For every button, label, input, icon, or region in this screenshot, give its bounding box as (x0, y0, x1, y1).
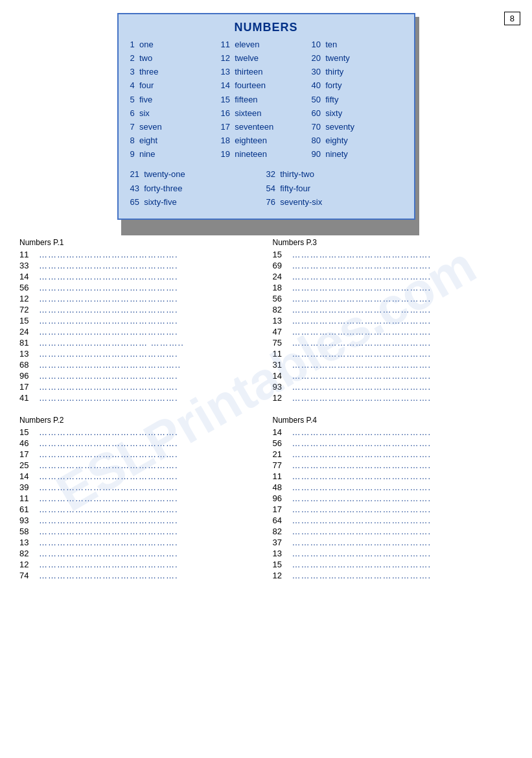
p3-row-3: 24………………………………………. (273, 272, 513, 281)
p1-row-2: 33………………………………………. (19, 261, 260, 270)
p4-row-1: 14………………………………………. (273, 427, 513, 437)
num-18: 18 eighteen (221, 134, 312, 147)
p2-row-10: 58………………………………………. (19, 527, 260, 536)
num-60: 60 sixty (312, 107, 402, 120)
p3-row-8: 47………………………………………. (273, 327, 513, 337)
num-76: 76 seventy-six (266, 195, 402, 209)
num-40: 40 forty (312, 79, 402, 92)
left-practice-col: Numbers P.1 11………………………………………. 33…………………… (19, 238, 260, 593)
p1-row-12: 96………………………………………. (19, 371, 260, 381)
num-3: 3 three (130, 65, 221, 78)
num-2: 2 two (130, 52, 221, 65)
p2-row-6: 39………………………………………. (19, 482, 260, 492)
num-7: 7 seven (130, 121, 221, 134)
num-65: 65 sixty-five (130, 195, 266, 209)
p4-row-4: 77………………………………………. (273, 460, 513, 470)
num-14: 14 fourteen (221, 79, 312, 92)
num-17: 17 seventeen (221, 121, 312, 134)
num-12: 12 twelve (221, 52, 312, 65)
p4-row-3: 21………………………………………. (273, 449, 513, 459)
p3-row-13: 93………………………………………. (273, 382, 513, 392)
num-15: 15 fifteen (221, 93, 312, 106)
p4-row-2: 56………………………………………. (273, 438, 513, 448)
p2-row-1: 15………………………………………. (19, 427, 260, 437)
p2-row-12: 82………………………………………. (19, 549, 260, 558)
p1-row-7: 15………………………………………. (19, 316, 260, 326)
p1-row-1: 11………………………………………. (19, 250, 260, 259)
p2-row-7: 11………………………………………. (19, 493, 260, 503)
p1-row-14: 41………………………………………. (19, 393, 260, 403)
num-19: 19 nineteen (221, 148, 312, 161)
p2-row-3: 17………………………………………. (19, 449, 260, 459)
section-p4: Numbers P.4 14………………………………………. 56…………………… (273, 416, 513, 580)
num-20: 20 twenty (312, 52, 402, 65)
p2-row-13: 12………………………………………. (19, 560, 260, 569)
num-1: 1 one (130, 38, 221, 51)
p4-row-5: 11………………………………………. (273, 471, 513, 481)
p4-row-10: 82………………………………………. (273, 527, 513, 536)
p3-row-10: 11………………………………………. (273, 349, 513, 359)
num-70: 70 seventy (312, 121, 402, 134)
right-practice-col: Numbers P.3 15………………………………………. 69…………………… (273, 238, 513, 593)
p3-row-9: 75………………………………………. (273, 338, 513, 348)
num-9: 9 nine (130, 148, 221, 161)
section-p1-title: Numbers P.1 (19, 238, 260, 247)
p4-row-9: 64………………………………………. (273, 515, 513, 525)
num-5: 5 five (130, 93, 221, 106)
p4-row-11: 37………………………………………. (273, 538, 513, 547)
num-32: 32 thirty-two (266, 167, 402, 181)
compounds-col-right: 32 thirty-two 54 fifty-four 76 seventy-s… (266, 167, 402, 209)
num-16: 16 sixteen (221, 107, 312, 120)
practice-area: Numbers P.1 11………………………………………. 33…………………… (19, 238, 513, 593)
p2-row-9: 93………………………………………. (19, 515, 260, 525)
p2-row-11: 13………………………………………. (19, 538, 260, 547)
num-4: 4 four (130, 79, 221, 92)
num-13: 13 thirteen (221, 65, 312, 78)
num-80: 80 eighty (312, 134, 402, 147)
p2-row-8: 61………………………………………. (19, 504, 260, 514)
p3-row-11: 31………………………………………. (273, 360, 513, 370)
p4-row-7: 96………………………………………. (273, 493, 513, 503)
p1-row-11: 68……………………………………….. (19, 360, 260, 370)
p1-row-4: 56………………………………………. (19, 283, 260, 292)
section-p2: Numbers P.2 15………………………………………. 46…………………… (19, 416, 260, 580)
numbers-col-1: 1 one 2 two 3 three 4 four 5 five 6 six … (130, 38, 221, 161)
p1-row-6: 72………………………………………. (19, 305, 260, 314)
p3-row-14: 12………………………………………. (273, 393, 513, 403)
p3-row-6: 82………………………………………. (273, 305, 513, 314)
p1-row-9: 81……………………………… ……….. (19, 338, 260, 348)
num-43: 43 forty-three (130, 182, 266, 195)
p2-row-2: 46………………………………………. (19, 438, 260, 448)
p1-row-8: 24………………………………………. (19, 327, 260, 337)
section-p4-title: Numbers P.4 (273, 416, 513, 425)
num-30: 30 thirty (312, 65, 402, 78)
p1-row-3: 14………………………………………. (19, 272, 260, 281)
num-21: 21 twenty-one (130, 167, 266, 181)
section-p1: Numbers P.1 11………………………………………. 33…………………… (19, 238, 260, 403)
num-11: 11 eleven (221, 38, 312, 51)
num-8: 8 eight (130, 134, 221, 147)
numbers-col-3: 10 ten 20 twenty 30 thirty 40 forty 50 f… (312, 38, 402, 161)
p3-row-5: 56………………………………………. (273, 294, 513, 303)
p4-row-8: 17………………………………………. (273, 504, 513, 514)
p1-row-13: 17………………………………………. (19, 382, 260, 392)
p4-row-12: 13………………………………………. (273, 549, 513, 558)
p3-row-1: 15………………………………………. (273, 250, 513, 259)
p2-row-5: 14………………………………………. (19, 471, 260, 481)
p3-row-12: 14………………………………………. (273, 371, 513, 381)
num-54: 54 fifty-four (266, 182, 402, 195)
section-p3-title: Numbers P.3 (273, 238, 513, 247)
p3-row-7: 13………………………………………. (273, 316, 513, 326)
p2-row-4: 25………………………………………. (19, 460, 260, 470)
p1-row-5: 12………………………………………. (19, 294, 260, 303)
section-p3: Numbers P.3 15………………………………………. 69…………………… (273, 238, 513, 403)
numbers-title: NUMBERS (130, 21, 402, 34)
p4-row-14: 12………………………………………. (273, 571, 513, 580)
num-90: 90 ninety (312, 148, 402, 161)
num-6: 6 six (130, 107, 221, 120)
p3-row-4: 18………………………………………. (273, 283, 513, 292)
num-10: 10 ten (312, 38, 402, 51)
p1-row-10: 13………………………………………. (19, 349, 260, 359)
p3-row-2: 69………………………………………. (273, 261, 513, 270)
num-50: 50 fifty (312, 93, 402, 106)
